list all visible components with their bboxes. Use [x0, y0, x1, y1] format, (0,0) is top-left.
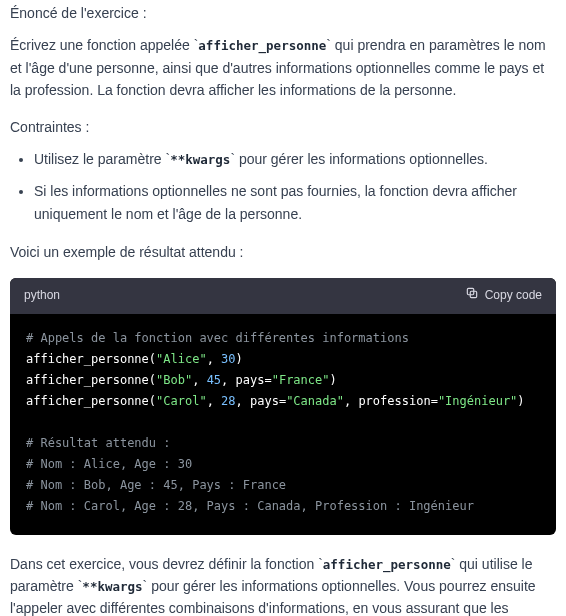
- code-comment: # Nom : Bob, Age : 45, Pays : France: [26, 478, 286, 492]
- num: 30: [221, 352, 235, 366]
- list-item: Utilisez le paramètre `**kwargs` pour gé…: [34, 148, 556, 170]
- code-comment: # Résultat attendu :: [26, 436, 171, 450]
- copy-code-button[interactable]: Copy code: [465, 286, 542, 306]
- num: 28: [221, 394, 235, 408]
- str: "Canada": [286, 394, 344, 408]
- code-comment: # Nom : Alice, Age : 30: [26, 457, 192, 471]
- kwarg: profession: [358, 394, 430, 408]
- text: Dans cet exercice, vous devrez définir l…: [10, 556, 323, 572]
- copy-code-label: Copy code: [485, 286, 542, 305]
- kwarg: pays: [250, 394, 279, 408]
- exercise-description: Écrivez une fonction appelée `afficher_p…: [10, 34, 556, 101]
- text: Écrivez une fonction appelée `: [10, 37, 198, 53]
- str: "Carol": [156, 394, 207, 408]
- constraints-heading: Contraintes :: [10, 116, 556, 138]
- fn-name: afficher_personne: [26, 352, 149, 366]
- inline-code-function: afficher_personne: [198, 38, 326, 53]
- code-language-label: python: [24, 286, 60, 305]
- fn-name: afficher_personne: [26, 394, 149, 408]
- inline-code-kwargs: **kwargs: [82, 579, 142, 594]
- clipboard-icon: [465, 286, 479, 306]
- code-block-header: python Copy code: [10, 278, 556, 314]
- kwarg: pays: [236, 373, 265, 387]
- exercise-outro: Dans cet exercice, vous devrez définir l…: [10, 553, 556, 616]
- exercise-content: Énoncé de l'exercice : Écrivez une fonct…: [10, 0, 556, 616]
- exercise-heading: Énoncé de l'exercice :: [10, 2, 556, 24]
- code-comment: # Nom : Carol, Age : 28, Pays : Canada, …: [26, 499, 474, 513]
- inline-code-kwargs: **kwargs: [170, 152, 230, 167]
- text: ` pour gérer les informations optionnell…: [230, 151, 488, 167]
- example-intro: Voici un exemple de résultat attendu :: [10, 241, 556, 263]
- code-comment: # Appels de la fonction avec différentes…: [26, 331, 409, 345]
- str: "Alice": [156, 352, 207, 366]
- inline-code-function: afficher_personne: [323, 557, 451, 572]
- str: "Bob": [156, 373, 192, 387]
- str: "France": [272, 373, 330, 387]
- code-block: python Copy code # Appels de la fonction…: [10, 278, 556, 535]
- text: Utilisez le paramètre `: [34, 151, 170, 167]
- fn-name: afficher_personne: [26, 373, 149, 387]
- list-item: Si les informations optionnelles ne sont…: [34, 180, 556, 225]
- constraints-list: Utilisez le paramètre `**kwargs` pour gé…: [10, 148, 556, 225]
- num: 45: [207, 373, 221, 387]
- str: "Ingénieur": [438, 394, 517, 408]
- code-block-body: # Appels de la fonction avec différentes…: [10, 314, 556, 535]
